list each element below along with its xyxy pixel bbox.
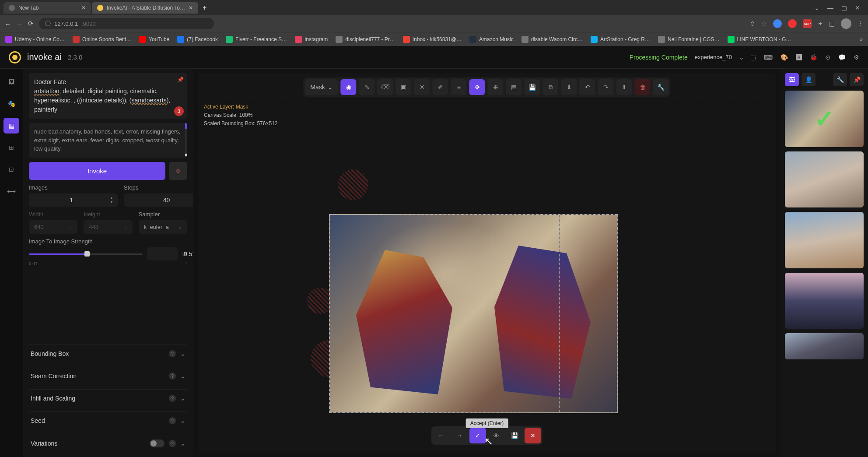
bookmark[interactable]: Inbox - klk56831@… bbox=[403, 36, 462, 43]
reset-icon[interactable]: ↺ bbox=[182, 250, 187, 257]
copy-button[interactable]: ⧉ bbox=[543, 79, 559, 95]
gallery-pin-icon[interactable]: 📌 bbox=[850, 73, 864, 86]
layer-select[interactable]: Mask⌄ bbox=[305, 79, 338, 95]
rail-training[interactable]: ⊡ bbox=[4, 162, 19, 177]
gallery-thumbnail[interactable] bbox=[785, 333, 864, 359]
bookmark[interactable]: disable Wacom Circ… bbox=[522, 36, 583, 43]
sidepanel-icon[interactable]: ◫ bbox=[829, 20, 835, 27]
steps-input[interactable]: ▲▼ bbox=[124, 193, 193, 207]
rail-extra[interactable]: ⟷ bbox=[4, 183, 19, 199]
browser-tab[interactable]: New Tab ✕ bbox=[4, 2, 91, 14]
prev-button[interactable]: ← bbox=[433, 428, 449, 443]
rail-canvas[interactable]: ▦ bbox=[4, 118, 19, 134]
browser-tab[interactable]: InvokeAI - A Stable Diffusion To… ✕ bbox=[92, 2, 198, 14]
bookmarks-overflow[interactable]: » bbox=[860, 36, 863, 42]
github-icon[interactable]: ⊙ bbox=[825, 54, 830, 61]
invoke-button[interactable]: Invoke bbox=[29, 162, 165, 180]
bookmark[interactable]: Neil Fontaine | CGS… bbox=[658, 36, 720, 43]
reload-button[interactable]: ⟳ bbox=[28, 20, 34, 28]
fill-tool-button[interactable]: ▣ bbox=[396, 79, 412, 95]
mask-tool-button[interactable]: ◉ bbox=[341, 79, 357, 95]
move-tool-button[interactable]: ✥ bbox=[469, 79, 485, 95]
bookmark[interactable]: Online Sports Betti… bbox=[73, 36, 131, 43]
help-icon[interactable]: ? bbox=[169, 373, 176, 380]
discord-icon[interactable]: 💬 bbox=[838, 54, 846, 61]
bookmark[interactable]: Fiverr - Freelance S… bbox=[226, 36, 287, 43]
extensions-icon[interactable]: ✦ bbox=[818, 20, 823, 27]
redo-button[interactable]: ↷ bbox=[598, 79, 614, 95]
bookmark[interactable]: Instagram bbox=[295, 36, 328, 43]
images-input[interactable]: ▲▼ bbox=[29, 193, 118, 207]
forward-button[interactable]: → bbox=[16, 20, 23, 28]
help-icon[interactable]: ? bbox=[169, 350, 176, 357]
clear-mask-button[interactable]: ✕ bbox=[414, 79, 430, 95]
accordion-seam[interactable]: Seam Correction?⌄ bbox=[29, 367, 187, 385]
share-icon[interactable]: ⇧ bbox=[750, 20, 755, 27]
eraser-tool-button[interactable]: ⌫ bbox=[378, 79, 393, 95]
cancel-button[interactable]: ⊘ bbox=[169, 162, 187, 180]
toggle-view-button[interactable]: 👁 bbox=[488, 428, 504, 443]
chevron-down-icon[interactable]: ⌄ bbox=[814, 4, 819, 11]
accept-button[interactable]: ✓ bbox=[469, 428, 486, 443]
pin-icon[interactable]: 📌 bbox=[177, 76, 184, 84]
accordion-bbox[interactable]: Bounding Box?⌄ bbox=[29, 345, 187, 362]
gallery-thumbnail[interactable] bbox=[785, 212, 864, 268]
accordion-seed[interactable]: Seed?⌄ bbox=[29, 411, 187, 429]
chevron-down-icon[interactable]: ⌄ bbox=[739, 54, 744, 61]
options-button[interactable]: ≡ bbox=[451, 79, 467, 95]
width-select[interactable]: 640⌄ bbox=[29, 220, 77, 234]
bookmark[interactable]: discipleneil777 - Pr… bbox=[336, 36, 395, 43]
i2i-slider[interactable] bbox=[29, 250, 143, 258]
wrench-button[interactable]: 🔧 bbox=[653, 79, 669, 95]
bookmark[interactable]: LINE WEBTOON - G… bbox=[728, 36, 791, 43]
profile-avatar[interactable] bbox=[841, 18, 851, 29]
discard-button[interactable]: ✕ bbox=[525, 428, 541, 443]
eyedropper-button[interactable]: ✐ bbox=[433, 79, 448, 95]
height-select[interactable]: 448⌄ bbox=[84, 220, 132, 234]
download-button[interactable]: ⬇ bbox=[561, 79, 577, 95]
extension-icon[interactable] bbox=[788, 19, 797, 28]
model-select[interactable]: experience_70 bbox=[695, 54, 732, 60]
palette-icon[interactable]: 🎨 bbox=[780, 54, 788, 61]
bookmark[interactable]: Udemy - Online Co… bbox=[5, 36, 65, 43]
save-canvas-button[interactable]: 💾 bbox=[525, 79, 540, 95]
bookmark[interactable]: Amazon Music bbox=[469, 36, 514, 43]
extension-icon[interactable] bbox=[773, 19, 782, 28]
trash-button[interactable]: 🗑 bbox=[635, 79, 651, 95]
generated-image[interactable] bbox=[329, 214, 618, 413]
negative-prompt-input[interactable]: nude bad anatomy, bad hands, text, error… bbox=[29, 123, 187, 158]
scrollbar[interactable] bbox=[185, 123, 187, 158]
variations-toggle[interactable] bbox=[150, 439, 164, 447]
stepper[interactable]: ▲▼ bbox=[110, 196, 113, 204]
gallery-tab-images[interactable]: 🖼 bbox=[785, 73, 799, 86]
minimize-icon[interactable]: — bbox=[827, 4, 833, 11]
accordion-variations[interactable]: Variations?⌄ bbox=[29, 434, 187, 453]
cube-icon[interactable]: ⬚ bbox=[750, 54, 756, 61]
bookmark-icon[interactable]: ☆ bbox=[761, 20, 767, 27]
keyboard-icon[interactable]: ⌨ bbox=[764, 54, 773, 61]
extension-abp-icon[interactable]: ABP bbox=[803, 19, 812, 28]
undo-button[interactable]: ↶ bbox=[580, 79, 595, 95]
help-icon[interactable]: ? bbox=[169, 440, 176, 447]
reset-view-button[interactable]: ⊕ bbox=[488, 79, 504, 95]
maximize-icon[interactable]: ▢ bbox=[841, 4, 847, 11]
prompt-input[interactable]: 📌 Doctor Fate artstation, detailed, digi… bbox=[29, 73, 187, 119]
back-button[interactable]: ← bbox=[4, 20, 11, 28]
bug-icon[interactable]: 🐞 bbox=[810, 54, 817, 61]
language-icon[interactable]: 🅰 bbox=[796, 54, 802, 61]
help-icon[interactable]: ? bbox=[169, 395, 176, 402]
rail-nodes[interactable]: ⊞ bbox=[4, 140, 19, 155]
help-icon[interactable]: ? bbox=[169, 417, 176, 424]
accordion-infill[interactable]: Infill and Scaling?⌄ bbox=[29, 389, 187, 407]
url-input[interactable]: ⓘ 127.0.0.1:9090 bbox=[39, 18, 214, 29]
next-button[interactable]: → bbox=[451, 428, 468, 443]
rail-txt2img[interactable]: 🖼 bbox=[4, 74, 19, 90]
settings-icon[interactable]: ⚙ bbox=[854, 54, 859, 61]
bookmark[interactable]: (7) Facebook bbox=[177, 36, 218, 43]
brush-tool-button[interactable]: ✎ bbox=[359, 79, 375, 95]
gallery-thumbnail[interactable] bbox=[785, 151, 864, 208]
gallery-tab-user[interactable]: 👤 bbox=[802, 73, 816, 86]
menu-icon[interactable]: ⋮ bbox=[858, 20, 864, 27]
rail-img2img[interactable]: 🎭 bbox=[4, 96, 19, 112]
new-tab-button[interactable]: + bbox=[199, 2, 210, 14]
